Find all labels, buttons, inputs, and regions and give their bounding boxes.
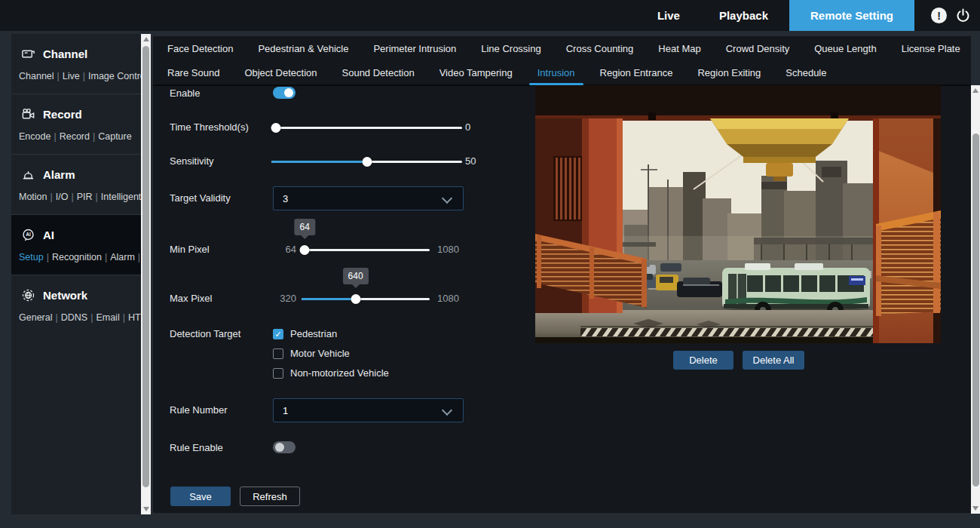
sidebar-item-record[interactable]: Record <box>60 131 90 142</box>
save-button[interactable]: Save <box>170 487 231 506</box>
sensitivity-slider[interactable] <box>271 156 462 167</box>
sidebar-item-recognition[interactable]: Recognition <box>52 252 102 262</box>
camera-preview-image <box>535 85 941 343</box>
tab-video-tampering[interactable]: Video Tampering <box>439 61 513 84</box>
tab-queue-length[interactable]: Queue Length <box>814 37 876 60</box>
sensitivity-value: 50 <box>465 155 476 167</box>
record-icon <box>20 106 35 121</box>
tab-license-plate[interactable]: License Plate <box>902 37 960 60</box>
sidebar-section-header[interactable]: Channel <box>20 46 138 61</box>
time-threshold-label: Time Threshold(s) <box>170 121 249 133</box>
enable-label: Enable <box>170 87 200 99</box>
rule-number-value: 1 <box>283 405 288 416</box>
separator: | <box>54 131 56 142</box>
sidebar-scroll-thumb[interactable] <box>142 46 149 487</box>
tab-face-detection[interactable]: Face Detection <box>167 37 233 60</box>
sidebar-item-capture[interactable]: Capture <box>98 131 131 142</box>
tab-cross-counting[interactable]: Cross Counting <box>566 37 634 60</box>
tab-perimeter-intrusion[interactable]: Perimeter Intrusion <box>373 37 456 60</box>
nav-playback[interactable]: Playback <box>700 0 788 31</box>
detection-target-option-motor-vehicle: Motor Vehicle <box>273 348 350 359</box>
sidebar-item-image-control[interactable]: Image Control <box>88 71 141 81</box>
max-pixel-tooltip: 640 <box>343 268 369 284</box>
separator: | <box>57 71 60 81</box>
sidebar-section-header[interactable]: Network <box>20 287 138 302</box>
min-pixel-slider-handle[interactable] <box>300 245 310 255</box>
sidebar-item-general[interactable]: General <box>19 312 52 323</box>
sidebar-item-motion[interactable]: Motion <box>19 192 47 202</box>
sidebar-section-title: Record <box>43 108 82 121</box>
sidebar-item-live[interactable]: Live <box>63 71 80 81</box>
sidebar-item-alarm[interactable]: Alarm <box>110 252 135 262</box>
tab-crowd-density[interactable]: Crowd Density <box>726 37 790 60</box>
separator: | <box>51 192 53 202</box>
sidebar-section-header[interactable]: Record <box>20 106 138 121</box>
rule-enable-toggle[interactable] <box>273 441 296 453</box>
tab-line-crossing[interactable]: Line Crossing <box>481 37 541 60</box>
sidebar-section-ai: AIAISetup|Recognition|Alarm|Statistics <box>11 214 141 275</box>
sidebar-item-intelligent[interactable]: Intelligent <box>101 192 141 202</box>
refresh-button[interactable]: Refresh <box>240 487 300 506</box>
content-scroll-thumb[interactable] <box>972 134 979 487</box>
rule-number-select[interactable]: 1 <box>273 398 464 422</box>
detection-target-option-pedestrian: ✓Pedestrian <box>273 328 337 339</box>
sidebar-item-https[interactable]: HTTPS <box>128 312 141 323</box>
detection-target-label: Detection Target <box>170 328 240 339</box>
sidebar-item-setup[interactable]: Setup <box>19 252 44 262</box>
tab-intrusion[interactable]: Intrusion <box>537 61 575 84</box>
chevron-down-icon <box>442 405 452 416</box>
nav-live[interactable]: Live <box>638 0 700 31</box>
scroll-down-icon[interactable] <box>971 503 980 514</box>
scroll-down-icon[interactable] <box>141 504 151 514</box>
separator: | <box>71 192 73 202</box>
checkbox-motor-vehicle[interactable] <box>273 348 283 359</box>
sidebar-item-email[interactable]: Email <box>96 312 119 323</box>
tab-object-detection[interactable]: Object Detection <box>244 61 317 84</box>
tab-rare-sound[interactable]: Rare Sound <box>167 61 219 84</box>
nav-remote-setting[interactable]: Remote Setting <box>789 0 914 31</box>
separator: | <box>123 312 125 323</box>
sidebar-section-header[interactable]: AIAI <box>20 227 138 242</box>
separator: | <box>47 252 49 262</box>
tab-pedestrian-vehicle[interactable]: Pedestrian & Vehicle <box>258 37 348 60</box>
separator: | <box>105 252 107 262</box>
sensitivity-slider-handle[interactable] <box>362 157 372 167</box>
min-pixel-slider[interactable]: 64 <box>302 244 430 255</box>
camera-preview[interactable] <box>535 85 941 343</box>
delete-button[interactable]: Delete <box>673 351 733 370</box>
tab-region-entrance[interactable]: Region Entrance <box>600 61 673 84</box>
checkbox-non-motorized-vehicle[interactable] <box>273 368 283 379</box>
info-icon[interactable]: ! <box>931 8 947 23</box>
sidebar-scrollbar[interactable] <box>141 34 151 514</box>
max-pixel-slider[interactable]: 640 <box>302 293 430 304</box>
scroll-up-icon[interactable] <box>971 85 980 96</box>
tab-region-exiting[interactable]: Region Exiting <box>697 61 761 84</box>
sidebar-item-channel[interactable]: Channel <box>19 71 54 81</box>
sidebar-sections: ChannelChannel|Live|Image Control|PTZ|Vi… <box>11 34 141 514</box>
tab-sound-detection[interactable]: Sound Detection <box>342 61 415 84</box>
target-validity-select[interactable]: 3 <box>273 186 464 210</box>
time-threshold-slider-handle[interactable] <box>271 123 281 133</box>
checkbox-pedestrian[interactable]: ✓ <box>273 329 283 339</box>
scroll-up-icon[interactable] <box>141 34 151 45</box>
sidebar-section-alarm: AlarmMotion|I/O|PIR|Intelligent|Combinat… <box>11 154 141 214</box>
power-icon[interactable] <box>954 8 971 24</box>
sidebar-section-header[interactable]: Alarm <box>20 167 138 182</box>
sidebar-section-links: Setup|Recognition|Alarm|Statistics <box>19 249 138 266</box>
max-pixel-slider-handle[interactable] <box>351 294 360 304</box>
tab-heat-map[interactable]: Heat Map <box>658 37 700 60</box>
sidebar-item-encode[interactable]: Encode <box>19 131 51 142</box>
enable-toggle[interactable] <box>273 87 296 99</box>
time-threshold-value: 0 <box>465 121 470 133</box>
time-threshold-slider[interactable] <box>271 122 462 133</box>
delete-all-button[interactable]: Delete All <box>743 351 804 370</box>
tab-schedule[interactable]: Schedule <box>786 61 826 84</box>
content-scrollbar[interactable] <box>971 85 980 514</box>
tabs-row-2: Rare SoundObject DetectionSound Detectio… <box>153 60 971 84</box>
checkbox-label: Non-motorized Vehicle <box>290 367 389 379</box>
sidebar-item-pir[interactable]: PIR <box>77 192 93 202</box>
min-pixel-label: Min Pixel <box>170 244 210 255</box>
sidebar-item-ddns[interactable]: DDNS <box>61 312 87 323</box>
content-panel: Face DetectionPedestrian & VehiclePerime… <box>153 36 971 513</box>
sidebar-item-i-o[interactable]: I/O <box>56 192 69 202</box>
